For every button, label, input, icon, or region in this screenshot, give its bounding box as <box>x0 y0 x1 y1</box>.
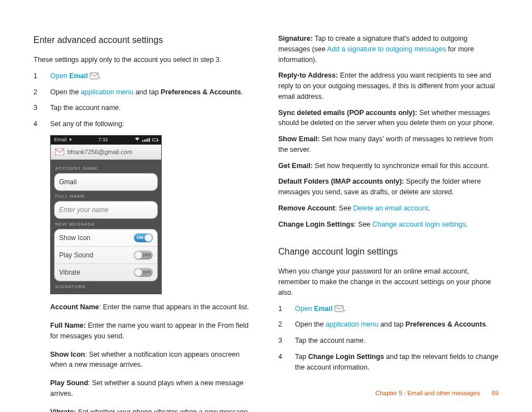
signal-icon <box>142 138 150 142</box>
section-heading: Enter advanced account settings <box>33 33 254 47</box>
phone-row-vibrate: Vibrate OFF <box>55 264 157 281</box>
cross-ref-link[interactable]: Add a signature to outgoing messages <box>327 45 446 53</box>
step-number: 1 <box>33 71 40 82</box>
phone-label-new-message: NEW MESSAGE <box>55 221 157 228</box>
svg-rect-0 <box>90 73 98 79</box>
step-item: 4Set any of the following: <box>33 119 254 130</box>
page-footer: Chapter 5 : Email and other messages 69 <box>375 389 499 398</box>
definition-body: Set whether your phone vibrates when a n… <box>50 408 248 413</box>
text-run: and tap <box>133 88 161 96</box>
text-run: Open the <box>50 88 81 96</box>
phone-label-account-name: ACCOUNT NAME <box>55 165 157 172</box>
left-column: Enter advanced account settings These se… <box>33 33 254 412</box>
definition-term: Full Name: <box>50 322 86 329</box>
text-run: . <box>486 320 487 328</box>
definition-item: Play Sound: Set whether a sound plays wh… <box>33 378 254 399</box>
cross-ref-link[interactable]: Email <box>314 305 332 313</box>
text-run: . <box>466 221 467 228</box>
step-item: 4Tap Change Login Settings and tap the r… <box>278 352 499 373</box>
step-item: 1Open Email . <box>33 71 254 82</box>
phone-row-label: Play Sound <box>59 250 93 260</box>
step-text: Open Email . <box>295 304 499 314</box>
step-text: Open the application menu and tap Prefer… <box>50 87 254 98</box>
mail-icon <box>55 148 64 155</box>
svg-rect-2 <box>335 305 343 312</box>
step-text: Tap the account name. <box>50 103 254 113</box>
text-run: Set any of the following: <box>50 120 124 128</box>
cross-ref-link[interactable]: Change account login settings <box>373 221 466 228</box>
phone-row-label: Show Icon <box>59 233 90 243</box>
cross-ref-link[interactable]: Delete an email account <box>353 204 428 212</box>
page-content: Enter advanced account settings These se… <box>0 0 532 412</box>
text-run: . <box>99 72 100 80</box>
definition-item: Account Name: Enter the name that appear… <box>33 302 254 313</box>
definition-item: Show Email: Set how many days' worth of … <box>278 134 499 155</box>
phone-account-header: bfrank7256@gmail.com <box>51 145 161 160</box>
definition-item: Change Login Settings: See Change accoun… <box>278 219 499 230</box>
text-run: . <box>241 88 243 96</box>
step-text: Open Email . <box>50 71 254 82</box>
intro-text: When you change your password for an onl… <box>278 266 499 298</box>
definition-item: Default Folders (IMAP accounts only): Sp… <box>278 176 499 198</box>
definition-item: Reply-to Address: Enter the address you … <box>278 70 499 102</box>
phone-new-message-group: Show Icon ON Play Sound OFF Vibrate OFF <box>54 229 158 281</box>
definition-item: Remove Account: See Delete an email acco… <box>278 203 499 214</box>
definition-term: Show Icon <box>50 351 85 358</box>
step-text: Tap Change Login Settings and tap the re… <box>295 352 499 373</box>
intro-text: These settings apply only to the account… <box>33 55 254 65</box>
definition-term: Sync deleted emails (POP accounts only): <box>278 109 417 117</box>
phone-input-account-name: Gmail <box>54 173 158 191</box>
definition-term: Reply-to Address: <box>278 71 338 79</box>
definition-term: Play Sound <box>50 379 88 387</box>
bold-run: Preferences & Accounts <box>405 320 486 328</box>
text-run: Tap the account name. <box>295 337 365 344</box>
statusbar-app-label: Email <box>54 136 67 144</box>
definition-item: Signature: Tap to create a signature tha… <box>278 33 499 65</box>
envelope-icon <box>90 73 99 79</box>
wifi-icon <box>134 136 140 144</box>
definition-item: Get Email: Set how frequently to synchro… <box>278 161 499 171</box>
step-item: 1Open Email . <box>278 304 499 314</box>
step-number: 3 <box>33 103 40 113</box>
text-run: . <box>344 305 345 313</box>
text-run: Tap <box>295 353 308 361</box>
svg-rect-1 <box>55 148 64 155</box>
step-number: 2 <box>33 87 40 98</box>
definition-item: Sync deleted emails (POP accounts only):… <box>278 108 499 129</box>
step-text: Set any of the following: <box>50 119 254 130</box>
cross-ref-link[interactable]: Open <box>50 72 69 80</box>
definition-term: Default Folders (IMAP accounts only): <box>278 178 404 185</box>
step-item: 2Open the application menu and tap Prefe… <box>278 319 499 330</box>
step-item: 3Tap the account name. <box>33 103 254 113</box>
step-item: 2Open the application menu and tap Prefe… <box>33 87 254 98</box>
step-number: 4 <box>33 119 40 130</box>
step-text: Tap the account name. <box>295 336 499 346</box>
definition-body: Enter the name that appears in the accou… <box>103 303 249 311</box>
cross-ref-link[interactable]: Email <box>69 72 88 80</box>
definition-term: Vibrate: <box>50 408 76 413</box>
cross-ref-link[interactable]: application menu <box>81 88 134 96</box>
definition-item: Full Name: Enter the name you want to ap… <box>33 320 254 342</box>
footer-chapter: Chapter 5 : Email and other messages <box>375 390 480 396</box>
definition-item: Show Icon: Set whether a notification ic… <box>33 349 254 371</box>
step-number: 3 <box>278 336 285 346</box>
text-run: and tap <box>378 320 405 328</box>
text-run: . <box>428 204 429 212</box>
steps-list-2: 1Open Email .2Open the application menu … <box>278 304 499 373</box>
phone-body: ACCOUNT NAME Gmail FULL NAME Enter your … <box>51 160 161 294</box>
cross-ref-link[interactable]: application menu <box>326 320 379 328</box>
battery-icon <box>152 138 158 141</box>
cross-ref-link[interactable]: Open <box>295 305 314 313</box>
step-number: 4 <box>278 352 285 373</box>
definition-list-2: Signature: Tap to create a signature tha… <box>278 33 499 229</box>
text-run: See <box>339 204 354 212</box>
footer-page-number: 69 <box>492 390 499 396</box>
phone-row-label: Vibrate <box>59 267 80 277</box>
envelope-icon <box>335 305 344 312</box>
phone-row-show-icon: Show Icon ON <box>55 229 157 247</box>
phone-input-full-name: Enter your name <box>54 201 158 219</box>
phone-row-play-sound: Play Sound OFF <box>55 247 157 264</box>
definition-term: Show Email: <box>278 135 320 143</box>
toggle-on: ON <box>134 233 153 242</box>
toggle-off: OFF <box>134 251 153 260</box>
